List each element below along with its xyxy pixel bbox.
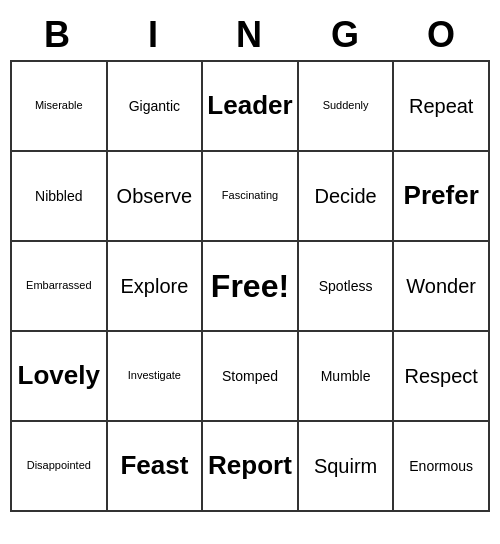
cell-label: Leader bbox=[207, 90, 292, 121]
cell-label: Disappointed bbox=[27, 459, 91, 472]
bingo-cell[interactable]: Nibbled bbox=[12, 152, 108, 242]
header-letter: O bbox=[394, 10, 490, 60]
header-letter: I bbox=[106, 10, 202, 60]
bingo-cell[interactable]: Fascinating bbox=[203, 152, 299, 242]
cell-label: Free! bbox=[211, 267, 289, 305]
bingo-cell[interactable]: Respect bbox=[394, 332, 490, 422]
bingo-cell[interactable]: Lovely bbox=[12, 332, 108, 422]
bingo-cell[interactable]: Observe bbox=[108, 152, 204, 242]
bingo-cell[interactable]: Stomped bbox=[203, 332, 299, 422]
bingo-cell[interactable]: Embarrassed bbox=[12, 242, 108, 332]
bingo-cell[interactable]: Investigate bbox=[108, 332, 204, 422]
cell-label: Decide bbox=[314, 184, 376, 208]
cell-label: Explore bbox=[120, 274, 188, 298]
bingo-cell[interactable]: Prefer bbox=[394, 152, 490, 242]
bingo-card: BINGO MiserableGiganticLeaderSuddenlyRep… bbox=[10, 10, 490, 512]
bingo-cell[interactable]: Mumble bbox=[299, 332, 395, 422]
cell-label: Spotless bbox=[319, 278, 373, 295]
cell-label: Observe bbox=[117, 184, 193, 208]
bingo-cell[interactable]: Explore bbox=[108, 242, 204, 332]
cell-label: Prefer bbox=[404, 180, 479, 211]
bingo-cell[interactable]: Report bbox=[203, 422, 299, 512]
bingo-cell[interactable]: Feast bbox=[108, 422, 204, 512]
bingo-cell[interactable]: Suddenly bbox=[299, 62, 395, 152]
cell-label: Embarrassed bbox=[26, 279, 91, 292]
cell-label: Gigantic bbox=[129, 98, 180, 115]
cell-label: Repeat bbox=[409, 94, 474, 118]
cell-label: Report bbox=[208, 450, 292, 481]
cell-label: Squirm bbox=[314, 454, 377, 478]
header-letter: G bbox=[298, 10, 394, 60]
bingo-cell[interactable]: Wonder bbox=[394, 242, 490, 332]
cell-label: Mumble bbox=[321, 368, 371, 385]
cell-label: Nibbled bbox=[35, 188, 82, 205]
bingo-cell[interactable]: Decide bbox=[299, 152, 395, 242]
cell-label: Fascinating bbox=[222, 189, 278, 202]
bingo-cell[interactable]: Miserable bbox=[12, 62, 108, 152]
bingo-cell[interactable]: Free! bbox=[203, 242, 299, 332]
cell-label: Respect bbox=[405, 364, 478, 388]
bingo-grid: MiserableGiganticLeaderSuddenlyRepeatNib… bbox=[10, 60, 490, 512]
header-letter: N bbox=[202, 10, 298, 60]
cell-label: Investigate bbox=[128, 369, 181, 382]
cell-label: Wonder bbox=[406, 274, 476, 298]
bingo-cell[interactable]: Disappointed bbox=[12, 422, 108, 512]
bingo-cell[interactable]: Repeat bbox=[394, 62, 490, 152]
bingo-cell[interactable]: Squirm bbox=[299, 422, 395, 512]
cell-label: Stomped bbox=[222, 368, 278, 385]
bingo-cell[interactable]: Enormous bbox=[394, 422, 490, 512]
bingo-cell[interactable]: Leader bbox=[203, 62, 299, 152]
cell-label: Miserable bbox=[35, 99, 83, 112]
cell-label: Lovely bbox=[18, 360, 100, 391]
bingo-cell[interactable]: Gigantic bbox=[108, 62, 204, 152]
header-letter: B bbox=[10, 10, 106, 60]
cell-label: Feast bbox=[120, 450, 188, 481]
bingo-header: BINGO bbox=[10, 10, 490, 60]
cell-label: Enormous bbox=[409, 458, 473, 475]
bingo-cell[interactable]: Spotless bbox=[299, 242, 395, 332]
cell-label: Suddenly bbox=[323, 99, 369, 112]
